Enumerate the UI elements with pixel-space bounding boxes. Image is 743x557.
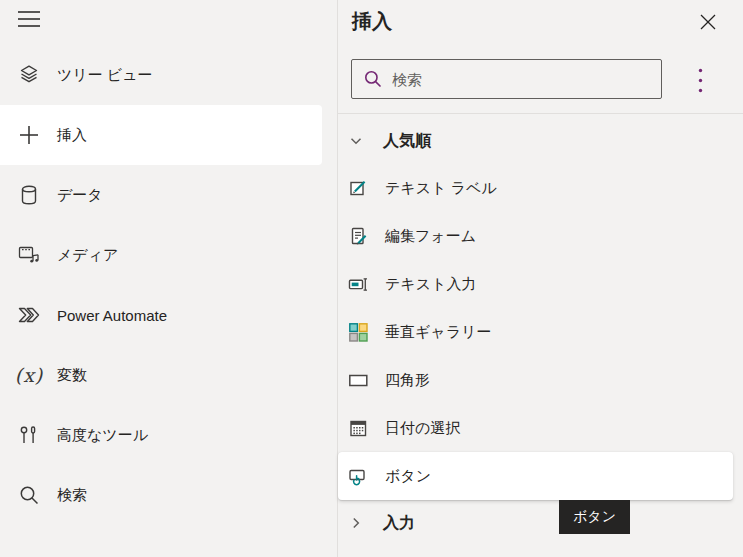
sidebar-item-label: 変数	[57, 366, 87, 385]
control-item-label: 編集フォーム	[385, 227, 476, 246]
control-item-text-input[interactable]: テキスト入力	[338, 260, 743, 308]
tooltip-text: ボタン	[573, 508, 616, 524]
text-label-icon	[346, 176, 370, 200]
variables-icon	[17, 363, 41, 387]
sidebar-item-media[interactable]: メディア	[0, 225, 337, 285]
insert-panel: 挿入 人気順	[337, 0, 743, 557]
control-list: 人気順 テキスト ラベル	[338, 113, 743, 546]
tooltip: ボタン	[559, 500, 630, 534]
sidebar-item-label: データ	[57, 186, 103, 205]
control-item-label: 四角形	[385, 371, 430, 390]
control-item-label: テキスト入力	[385, 275, 476, 294]
control-item-text-label[interactable]: テキスト ラベル	[338, 164, 743, 212]
control-item-label: ボタン	[385, 467, 431, 486]
tree-view-icon	[17, 63, 41, 87]
rectangle-icon	[346, 368, 370, 392]
search-icon	[17, 483, 41, 507]
sidebar-item-data[interactable]: データ	[0, 165, 337, 225]
advanced-tools-icon	[17, 423, 41, 447]
control-item-button[interactable]: ボタン	[338, 452, 733, 500]
close-icon	[699, 13, 717, 31]
hamburger-menu-button[interactable]	[16, 7, 42, 31]
left-sidebar: ツリー ビュー 挿入 データ	[0, 0, 337, 557]
section-header-popular[interactable]: 人気順	[338, 118, 743, 164]
edit-form-icon	[346, 224, 370, 248]
section-label: 人気順	[383, 131, 431, 152]
control-item-date-picker[interactable]: 日付の選択	[338, 404, 743, 452]
sidebar-item-tree-view[interactable]: ツリー ビュー	[0, 45, 337, 105]
control-item-label: テキスト ラベル	[385, 179, 497, 198]
sidebar-item-label: ツリー ビュー	[57, 66, 153, 85]
sidebar-item-label: Power Automate	[57, 307, 167, 324]
sidebar-item-label: 検索	[57, 486, 87, 505]
sidebar-item-advanced-tools[interactable]: 高度なツール	[0, 405, 337, 465]
power-apps-studio: ツリー ビュー 挿入 データ	[0, 0, 743, 557]
control-item-edit-form[interactable]: 編集フォーム	[338, 212, 743, 260]
sidebar-item-label: メディア	[57, 246, 118, 265]
more-options-button[interactable]	[689, 64, 711, 96]
sidebar-item-label: 挿入	[57, 126, 87, 145]
vertical-gallery-icon	[346, 320, 370, 344]
hamburger-icon	[17, 10, 41, 28]
text-input-icon	[346, 272, 370, 296]
power-automate-icon	[17, 303, 41, 327]
sidebar-item-power-automate[interactable]: Power Automate	[0, 285, 337, 345]
kebab-menu-icon	[698, 68, 703, 93]
section-label: 入力	[383, 513, 415, 534]
control-item-label: 垂直ギャラリー	[385, 323, 491, 342]
database-icon	[17, 183, 41, 207]
sidebar-nav: ツリー ビュー 挿入 データ	[0, 45, 337, 525]
control-item-vertical-gallery[interactable]: 垂直ギャラリー	[338, 308, 743, 356]
section-header-input[interactable]: 入力	[338, 500, 743, 546]
date-picker-icon	[346, 416, 370, 440]
sidebar-item-label: 高度なツール	[57, 426, 148, 445]
search-icon	[363, 69, 383, 89]
control-item-rectangle[interactable]: 四角形	[338, 356, 743, 404]
chevron-down-icon	[348, 133, 364, 149]
panel-title: 挿入	[352, 8, 392, 35]
control-search-box[interactable]	[351, 59, 662, 99]
sidebar-item-insert[interactable]: 挿入	[0, 105, 322, 165]
close-panel-button[interactable]	[697, 11, 719, 33]
sidebar-item-variables[interactable]: 変数	[0, 345, 337, 405]
button-icon	[346, 464, 370, 488]
chevron-right-icon	[348, 515, 364, 531]
media-icon	[17, 243, 41, 267]
control-item-label: 日付の選択	[385, 419, 460, 438]
insert-plus-icon	[17, 123, 41, 147]
control-search-input[interactable]	[392, 71, 653, 88]
sidebar-item-search[interactable]: 検索	[0, 465, 337, 525]
